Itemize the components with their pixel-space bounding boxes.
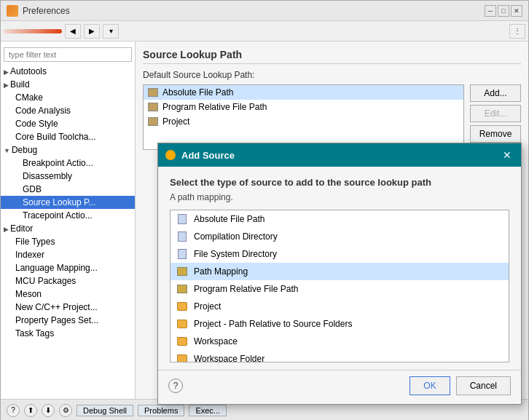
sidebar-item-label-gdb: GDB xyxy=(23,184,42,194)
nav-bar: ◀ ▶ ▾ ⋮ xyxy=(1,21,528,41)
nav-forward-button[interactable]: ▶ xyxy=(84,24,100,39)
close-button[interactable]: ✕ xyxy=(511,5,522,17)
sidebar-item-disassembly[interactable]: Disassembly xyxy=(1,170,135,183)
dialog-footer: ? OK Cancel xyxy=(158,370,521,401)
tab-debug-shell[interactable]: Debug Shell xyxy=(77,405,133,416)
source-item-project-path-relative[interactable]: Project - Path Relative to Source Folder… xyxy=(171,315,509,333)
source-item-icon-path-mapping xyxy=(176,266,188,277)
source-item-workspace-folder[interactable]: Workspace Folder xyxy=(171,350,509,362)
dialog-title-text: Add Source xyxy=(181,150,501,161)
lookup-label: Default Source Lookup Path: xyxy=(143,70,521,80)
source-item-label-path-mapping: Path Mapping xyxy=(194,266,248,277)
remove-button[interactable]: Remove xyxy=(470,125,521,143)
export-icon[interactable]: ⬇ xyxy=(42,404,55,417)
help-icon[interactable]: ? xyxy=(7,404,20,417)
sidebar-item-task-tags[interactable]: Task Tags xyxy=(1,327,135,340)
sidebar-item-meson[interactable]: Meson xyxy=(1,288,135,301)
sidebar-item-label-task-tags: Task Tags xyxy=(15,328,54,338)
panel-title: Source Lookup Path xyxy=(143,49,521,64)
ok-button[interactable]: OK xyxy=(410,376,450,395)
nav-more-button[interactable]: ⋮ xyxy=(509,24,525,39)
source-item-label-file-system-directory: File System Directory xyxy=(194,249,277,259)
lookup-item-icon xyxy=(148,117,158,126)
sidebar-item-new-cpp[interactable]: New C/C++ Project... xyxy=(1,301,135,314)
source-item-absolute-file-path[interactable]: Absolute File Path xyxy=(171,210,509,228)
sidebar-item-property-pages[interactable]: Property Pages Set... xyxy=(1,314,135,327)
source-item-icon-file-system-directory xyxy=(176,248,188,260)
sidebar-item-core-build[interactable]: Core Build Toolcha... xyxy=(1,130,135,143)
sidebar-item-code-style[interactable]: Code Style xyxy=(1,117,135,130)
nav-slider xyxy=(4,29,62,33)
minimize-button[interactable]: ─ xyxy=(485,5,496,17)
sidebar-item-debug[interactable]: ▼ Debug xyxy=(1,143,135,156)
window-controls: ─ □ ✕ xyxy=(485,5,522,17)
settings-icon[interactable]: ⚙ xyxy=(59,404,72,417)
sidebar: ▶ Autotools▶ BuildCMakeCode AnalysisCode… xyxy=(1,41,136,399)
dialog-body: Select the type of source to add to the … xyxy=(158,167,521,370)
tab-problems[interactable]: Problems xyxy=(138,405,184,416)
sidebar-item-label-mcu-packages: MCU Packages xyxy=(15,276,76,286)
lookup-item[interactable]: Program Relative File Path xyxy=(144,100,463,114)
sidebar-item-label-disassembly: Disassembly xyxy=(23,171,72,181)
add-source-dialog: Add Source ✕ Select the type of source t… xyxy=(157,143,522,405)
sidebar-item-label-meson: Meson xyxy=(15,289,42,299)
filter-input[interactable] xyxy=(4,47,132,62)
dialog-close-button[interactable]: ✕ xyxy=(501,148,514,162)
source-item-path-mapping[interactable]: Path Mapping xyxy=(171,263,509,280)
import-icon[interactable]: ⬆ xyxy=(24,404,37,417)
source-item-program-relative-file-path[interactable]: Program Relative File Path xyxy=(171,280,509,298)
sidebar-item-editor[interactable]: ▶ Editor xyxy=(1,222,135,235)
add-button[interactable]: Add... xyxy=(470,84,521,102)
lookup-list: Absolute File PathProgram Relative File … xyxy=(143,84,464,150)
sidebar-item-label-file-types: File Types xyxy=(15,237,55,247)
maximize-button[interactable]: □ xyxy=(498,5,509,17)
sidebar-item-indexer[interactable]: Indexer xyxy=(1,248,135,261)
source-item-label-compilation-directory: Compilation Directory xyxy=(194,231,278,242)
sidebar-item-label-build: Build xyxy=(10,79,30,90)
sidebar-item-breakpoint[interactable]: Breakpoint Actio... xyxy=(1,156,135,170)
sidebar-item-build[interactable]: ▶ Build xyxy=(1,78,135,91)
source-item-icon-project-path-relative xyxy=(176,318,188,330)
sidebar-item-file-types[interactable]: File Types xyxy=(1,235,135,248)
sidebar-item-cmake[interactable]: CMake xyxy=(1,91,135,104)
sidebar-item-mcu-packages[interactable]: MCU Packages xyxy=(1,274,135,288)
source-item-label-project-path-relative: Project - Path Relative to Source Folder… xyxy=(194,319,352,329)
title-bar: Preferences ─ □ ✕ xyxy=(1,1,528,21)
sidebar-item-label-debug: Debug xyxy=(12,145,37,155)
sidebar-item-code-analysis[interactable]: Code Analysis xyxy=(1,104,135,117)
cancel-button[interactable]: Cancel xyxy=(456,376,511,395)
sidebar-item-label-autotools: Autotools xyxy=(10,66,47,76)
source-item-file-system-directory[interactable]: File System Directory xyxy=(171,245,509,263)
window-title: Preferences xyxy=(23,6,485,16)
sidebar-tree: ▶ Autotools▶ BuildCMakeCode AnalysisCode… xyxy=(1,65,135,340)
lookup-item[interactable]: Absolute File Path xyxy=(144,85,463,100)
dialog-help-button[interactable]: ? xyxy=(168,379,183,393)
nav-back-button[interactable]: ◀ xyxy=(65,24,81,39)
sidebar-item-gdb[interactable]: GDB xyxy=(1,183,135,196)
lookup-item[interactable]: Project xyxy=(144,114,463,129)
tree-arrow-build: ▶ xyxy=(4,82,9,89)
sidebar-item-tracepoint[interactable]: Tracepoint Actio... xyxy=(1,209,135,222)
dialog-sub-label: A path mapping. xyxy=(170,192,509,202)
sidebar-item-label-property-pages: Property Pages Set... xyxy=(15,315,98,325)
sidebar-item-source-lookup[interactable]: Source Lookup P... xyxy=(1,196,135,209)
sidebar-item-label-cmake: CMake xyxy=(15,92,43,103)
source-item-label-absolute-file-path: Absolute File Path xyxy=(194,214,264,224)
sidebar-item-label-core-build: Core Build Toolcha... xyxy=(15,132,96,142)
source-item-label-workspace: Workspace xyxy=(194,336,238,346)
source-item-compilation-directory[interactable]: Compilation Directory xyxy=(171,228,509,245)
sidebar-item-autotools[interactable]: ▶ Autotools xyxy=(1,65,135,78)
nav-menu-button[interactable]: ▾ xyxy=(103,24,119,39)
preferences-window: Preferences ─ □ ✕ ◀ ▶ ▾ ⋮ ▶ Autotools▶ B… xyxy=(0,0,529,420)
sidebar-item-language-mapping[interactable]: Language Mapping... xyxy=(1,261,135,274)
source-item-icon-workspace-folder xyxy=(176,353,188,362)
lookup-item-label: Program Relative File Path xyxy=(162,102,267,112)
dialog-buttons: OK Cancel xyxy=(410,376,511,395)
source-item-icon-compilation-directory xyxy=(176,231,188,242)
tab-exec[interactable]: Exec... xyxy=(189,405,227,416)
edit-button[interactable]: Edit... xyxy=(470,105,521,122)
source-item-workspace[interactable]: Workspace xyxy=(171,333,509,350)
source-item-project[interactable]: Project xyxy=(171,298,509,315)
lookup-item-label: Project xyxy=(162,116,189,127)
dialog-heading: Select the type of source to add to the … xyxy=(170,177,509,188)
